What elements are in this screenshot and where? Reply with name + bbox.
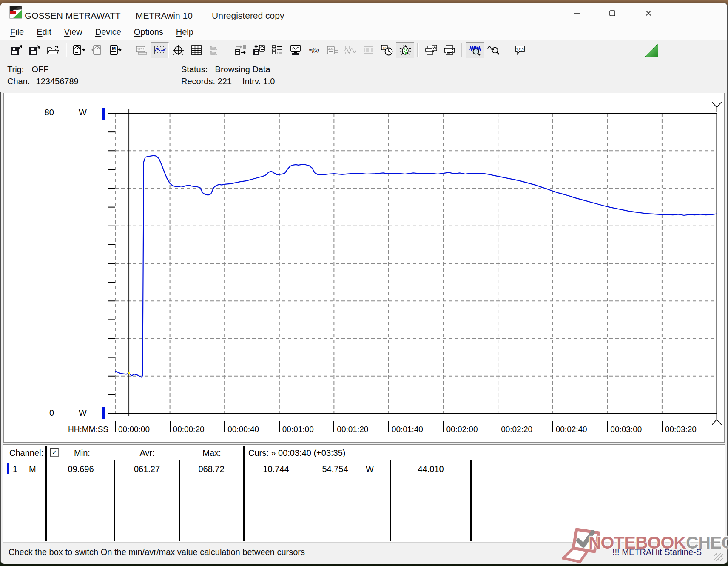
cell-avr-value: 061.27	[114, 464, 179, 474]
cell-channel-number: 1	[13, 464, 17, 474]
trig-value: OFF	[32, 65, 49, 74]
table-view-button[interactable]	[187, 42, 205, 58]
x-tick	[662, 421, 663, 432]
rs232-list-icon: 1252	[135, 45, 148, 56]
read-device-icon	[73, 45, 85, 56]
crosshair-view-button[interactable]	[169, 42, 187, 58]
maximize-button[interactable]	[603, 6, 622, 21]
time-clock-button[interactable]: 12	[378, 42, 396, 58]
y-axis-bottom-unit: W	[79, 408, 87, 418]
store-to-device-button[interactable]	[250, 42, 268, 58]
x-axis-format-label: HH:MM:SS	[45, 425, 108, 434]
export-transfer-button[interactable]	[231, 42, 250, 58]
analog-wave-icon	[344, 45, 357, 56]
close-button[interactable]	[639, 6, 658, 21]
cursor2-top-flag[interactable]	[712, 102, 722, 112]
trigger-bug-button[interactable]	[396, 42, 414, 58]
table-divider	[243, 446, 245, 541]
menu-item-device[interactable]: Device	[89, 25, 128, 39]
zoom-single-button[interactable]	[484, 42, 503, 58]
trig-label: Trig:	[7, 65, 29, 74]
histogram-view-icon	[208, 45, 221, 56]
interval-label: Intrv.	[242, 77, 261, 86]
annotate-values-button[interactable]: 1,2,3	[510, 42, 529, 58]
statusbar-divider	[520, 544, 521, 561]
table-header-avr: Avr:	[115, 448, 179, 458]
channel1-color-marker	[7, 463, 9, 474]
curve-view-button[interactable]	[151, 42, 169, 58]
histogram-view-button	[205, 42, 224, 58]
x-tick	[388, 421, 389, 432]
x-tick-label: 00:01:20	[337, 425, 368, 434]
device-config-button: 321	[323, 42, 341, 58]
save-as-button[interactable]	[26, 42, 44, 58]
svg-text:=f(x): =f(x)	[308, 47, 319, 53]
export-transfer-icon	[234, 45, 247, 56]
channel1-range-marker-top[interactable]	[102, 108, 105, 120]
trigger-bug-icon	[399, 45, 412, 56]
license-status: Unregistered copy	[212, 11, 284, 21]
print-button[interactable]	[440, 42, 458, 58]
zoom-curves-button[interactable]	[466, 42, 484, 58]
analog-wave-button	[341, 42, 359, 58]
open-file-button[interactable]	[44, 42, 62, 58]
read-device-button[interactable]	[70, 42, 88, 58]
minimize-icon	[573, 10, 580, 17]
channel1-range-marker-bottom[interactable]	[102, 407, 105, 419]
menu-item-edit[interactable]: Edit	[30, 25, 57, 39]
toolbar-separator	[65, 43, 67, 57]
x-tick	[333, 421, 334, 432]
print-preview-button[interactable]	[422, 42, 440, 58]
read-memory-icon: M	[109, 45, 122, 56]
read-device-alt-button	[88, 42, 106, 58]
records-label: Records:	[181, 77, 215, 86]
save-file-button[interactable]	[7, 42, 26, 58]
rs232-list-button: 1252	[132, 42, 151, 58]
read-memory-button[interactable]: M	[106, 42, 125, 58]
power-trace	[115, 156, 717, 377]
app-icon	[9, 6, 22, 19]
table-header-channel: Channel:	[9, 448, 43, 458]
statusbar-divider	[606, 544, 607, 561]
menu-item-file[interactable]: File	[4, 25, 30, 39]
x-tick-label: 00:00:40	[228, 425, 259, 434]
cell-cursor2-unit: W	[366, 464, 374, 474]
x-tick	[607, 421, 608, 432]
toolbar-separator	[227, 43, 228, 57]
minimize-button[interactable]	[567, 6, 586, 21]
table-divider	[46, 446, 47, 541]
cell-delta-value: 44.010	[391, 464, 470, 474]
channel-setup-button[interactable]	[268, 42, 286, 58]
print-preview-icon	[425, 45, 438, 56]
statusbar-device: !!! METRAHit Starline-S	[612, 547, 702, 557]
cursor2-bottom-flag[interactable]	[712, 414, 722, 425]
chan-value: 123456789	[36, 77, 79, 86]
x-tick	[443, 421, 444, 432]
plot-area[interactable]	[4, 93, 724, 442]
save-file-icon	[10, 45, 23, 56]
x-tick-label: 00:03:00	[610, 425, 642, 434]
menu-item-view[interactable]: View	[58, 25, 89, 39]
resize-triangle-icon[interactable]	[645, 43, 658, 59]
toolbar-separator	[506, 43, 507, 57]
y-axis-top-unit: W	[79, 108, 87, 117]
toolbar: M1252=f(x)321121,2,3	[0, 40, 727, 60]
toolbar-separator	[128, 43, 129, 57]
device-config-icon: 321	[326, 45, 338, 56]
menu-item-help[interactable]: Help	[170, 25, 200, 39]
table-view-icon	[190, 45, 203, 56]
maximize-icon	[609, 10, 616, 17]
measurement-table: Channel: ✓ Min: Avr: Max: Curs: » 00:03:…	[3, 444, 725, 542]
read-device-alt-icon	[91, 45, 104, 56]
table-header-max: Max:	[180, 448, 243, 458]
resize-grip[interactable]	[714, 553, 723, 561]
formula-button[interactable]: =f(x)	[304, 42, 323, 58]
cell-min-value: 09.696	[47, 464, 114, 474]
x-tick-label: 00:03:20	[665, 425, 697, 434]
envelope-wave-button	[359, 42, 378, 58]
status-value: Browsing Data	[215, 65, 270, 74]
chan-label: Chan:	[7, 77, 34, 86]
menu-item-options[interactable]: Options	[128, 25, 170, 39]
monitor-view-button[interactable]	[286, 42, 304, 58]
records-value: 221	[218, 77, 232, 86]
